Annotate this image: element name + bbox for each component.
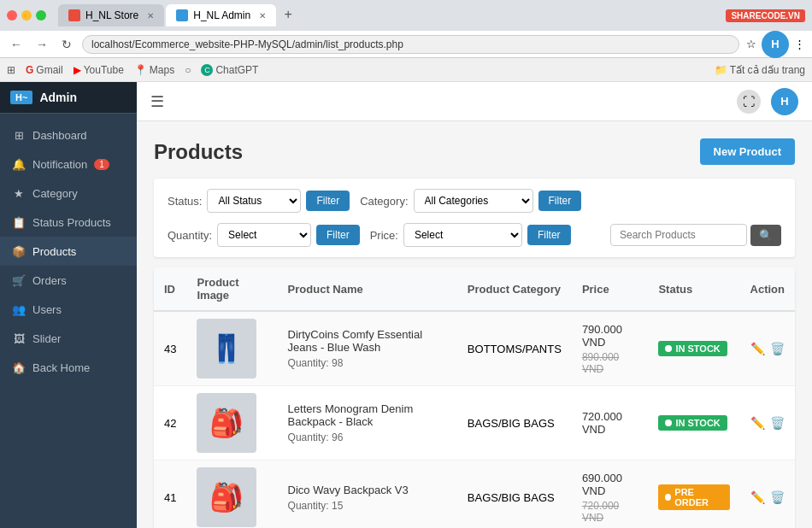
search-input[interactable] [610, 224, 747, 246]
delete-button[interactable]: 🗑️ [770, 342, 785, 355]
status-filter-select[interactable]: All Status In Stock Pre Order Out of Sto… [207, 189, 301, 213]
browser-tabs: H_NL Store ✕ H_NL Admin ✕ + [58, 4, 721, 26]
product-image: 👖 [197, 319, 256, 378]
dashboard-label: Dashboard [32, 129, 87, 142]
cell-action: ✏️ 🗑️ [740, 386, 795, 461]
sidebar-item-slider[interactable]: 🖼 Slider [0, 324, 137, 353]
category-filter-select[interactable]: All Categories TOPS BOTTOMS/PANTS BAGS/B… [414, 189, 533, 213]
url-bar[interactable]: localhost/Ecommerce_website-PHP-MySQL/ad… [82, 35, 739, 54]
orders-label: Orders [32, 274, 67, 287]
action-buttons: ✏️ 🗑️ [750, 416, 785, 430]
col-name: Product Name [278, 267, 457, 311]
cell-id: 43 [154, 311, 186, 386]
tab-store[interactable]: H_NL Store ✕ [58, 4, 164, 26]
cell-image: 🎒 [186, 386, 277, 461]
users-label: Users [32, 303, 62, 316]
delete-button[interactable]: 🗑️ [770, 490, 785, 504]
product-emoji: 🎒 [209, 481, 244, 513]
chatgpt-icon: C [201, 64, 213, 76]
youtube-icon: ▶ [74, 64, 81, 76]
current-price: 790.000 VND [582, 323, 638, 349]
sidebar-item-notification[interactable]: 🔔 Notification 1 [0, 150, 137, 179]
menu-icon[interactable]: ⋮ [794, 38, 805, 50]
status-badge: IN STOCK [658, 415, 727, 431]
minimize-dot[interactable] [21, 10, 32, 21]
category-icon: ★ [12, 186, 26, 200]
chatgpt-label: ChatGPT [215, 64, 258, 76]
content-header: Products New Product [154, 138, 795, 165]
new-tab-button[interactable]: + [278, 4, 298, 25]
user-avatar[interactable]: H [771, 88, 798, 115]
star-icon[interactable]: ☆ [746, 38, 756, 50]
bookmark-maps[interactable]: 📍 Maps [134, 64, 174, 76]
price-filter-group: Price: Select < 500.000 500.000-1.000.00… [370, 223, 571, 247]
bookmark-all[interactable]: 📁 Tất cả dấu trang [715, 64, 805, 76]
forward-button[interactable]: → [32, 36, 51, 53]
circle-icon: ○ [185, 64, 191, 76]
sidebar-item-products[interactable]: 📦 Products [0, 237, 137, 266]
back-button[interactable]: ← [7, 36, 26, 53]
tab-admin[interactable]: H_NL Admin ✕ [166, 4, 276, 26]
table-row: 42 🎒 Letters Monogram Denim Backpack - B… [154, 386, 795, 461]
search-button[interactable]: 🔍 [750, 225, 781, 246]
quantity-filter-button[interactable]: Filter [316, 225, 360, 245]
sidebar-item-dashboard[interactable]: ⊞ Dashboard [0, 120, 137, 150]
quantity-filter-select[interactable]: Select < 10 10-50 50-100 > 100 [217, 223, 311, 247]
tab-store-icon [68, 9, 80, 21]
maximize-dot[interactable] [36, 10, 46, 21]
app-container: H~ Admin ⊞ Dashboard 🔔 Notification 1 ★ … [0, 82, 812, 528]
category-label: Category [32, 187, 78, 200]
product-image: 🎒 [197, 467, 256, 527]
edit-button[interactable]: ✏️ [750, 416, 765, 430]
notification-badge: 1 [94, 159, 109, 170]
products-label: Products [32, 245, 76, 258]
new-product-button[interactable]: New Product [700, 138, 795, 165]
badge-dot [665, 419, 672, 426]
fullscreen-icon[interactable]: ⛶ [737, 90, 761, 114]
product-name-cell: Dico Wavy Backpack V3 Quantity: 15 [288, 484, 447, 512]
close-dot[interactable] [7, 10, 17, 21]
folder-icon: 📁 [715, 64, 727, 76]
delete-button[interactable]: 🗑️ [770, 416, 785, 430]
bookmark-circle[interactable]: ○ [185, 64, 191, 76]
status-filter-button[interactable]: Filter [306, 191, 350, 211]
price-filter-button[interactable]: Filter [527, 225, 571, 245]
sidebar-item-category[interactable]: ★ Category [0, 179, 137, 208]
price-filter-label: Price: [370, 229, 398, 242]
edit-button[interactable]: ✏️ [750, 490, 765, 504]
main-area: ☰ ⛶ H Products New Product Status: All S… [137, 82, 812, 528]
refresh-button[interactable]: ↻ [58, 36, 75, 53]
bookmarks-bar: ⊞ G Gmail ▶ YouTube 📍 Maps ○ C ChatGPT 📁… [0, 58, 812, 82]
sidebar-header: H~ Admin [0, 82, 137, 114]
sidebar-logo-badge: H~ [10, 91, 32, 104]
product-quantity: Quantity: 15 [288, 500, 447, 512]
sidebar-item-users[interactable]: 👥 Users [0, 295, 137, 324]
price-filter-select[interactable]: Select < 500.000 500.000-1.000.000 > 1.0… [403, 223, 522, 247]
original-price: 720.000 VND [582, 500, 638, 524]
gmail-label: Gmail [36, 64, 62, 76]
notification-label: Notification [32, 158, 87, 171]
price-cell: 720.000 VND [582, 410, 638, 436]
browser-avatar[interactable]: H [762, 31, 789, 58]
status-filter-label: Status: [168, 195, 202, 208]
sidebar-item-back-home[interactable]: 🏠 Back Home [0, 353, 137, 382]
bookmark-gmail[interactable]: G Gmail [26, 64, 63, 76]
url-text: localhost/Ecommerce_website-PHP-MySQL/ad… [91, 38, 403, 50]
tab-store-close[interactable]: ✕ [147, 11, 154, 21]
top-bar-right: ⛶ H [737, 88, 798, 115]
category-filter-button[interactable]: Filter [538, 191, 582, 211]
bookmark-grid[interactable]: ⊞ [7, 64, 15, 76]
product-name: DirtyCoins Comfy Essential Jeans - Blue … [288, 328, 447, 354]
sidebar-item-status-products[interactable]: 📋 Status Products [0, 208, 137, 237]
tab-admin-icon [176, 9, 188, 21]
edit-button[interactable]: ✏️ [750, 342, 765, 355]
sidebar-item-orders[interactable]: 🛒 Orders [0, 266, 137, 295]
hamburger-icon[interactable]: ☰ [150, 92, 164, 111]
tab-admin-close[interactable]: ✕ [259, 11, 266, 21]
bookmark-chatgpt[interactable]: C ChatGPT [201, 64, 258, 76]
cell-image: 👖 [186, 311, 277, 386]
bookmark-youtube[interactable]: ▶ YouTube [74, 64, 124, 76]
browser-actions: ☆ H ⋮ [746, 31, 805, 58]
col-price: Price [572, 267, 649, 311]
cell-category: BOTTOMS/PANTS [457, 311, 572, 386]
